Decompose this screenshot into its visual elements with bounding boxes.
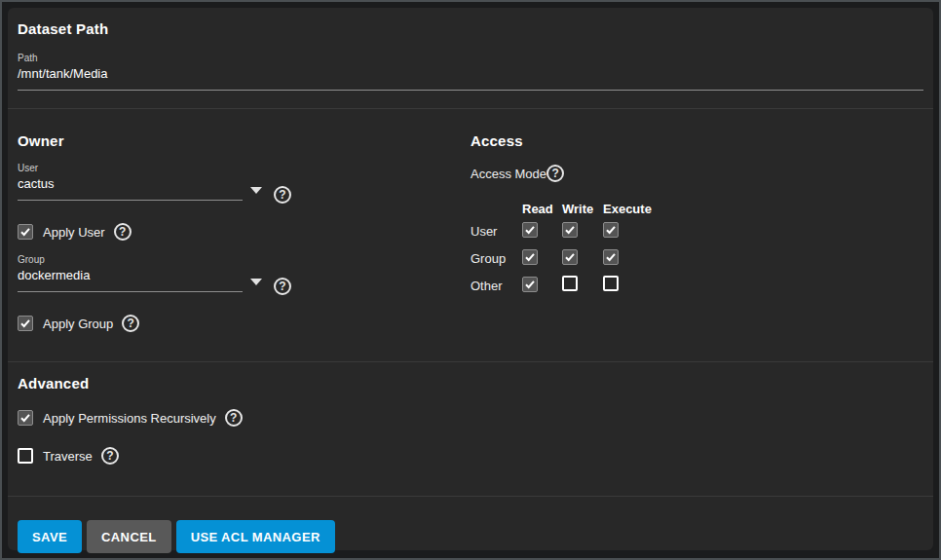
apply-user-label: Apply User bbox=[43, 225, 105, 240]
other-write-checkbox[interactable] bbox=[562, 276, 578, 291]
apply-user-row: Apply User ? bbox=[18, 223, 470, 241]
apply-group-help-icon[interactable]: ? bbox=[122, 315, 139, 332]
apply-group-label: Apply Group bbox=[43, 317, 113, 331]
group-read-checkbox[interactable] bbox=[522, 249, 538, 265]
traverse-help-icon[interactable]: ? bbox=[101, 447, 119, 465]
access-row-label: Group bbox=[470, 251, 522, 266]
use-acl-manager-button[interactable]: USE ACL MANAGER bbox=[176, 520, 335, 553]
checkmark-icon bbox=[524, 251, 536, 263]
access-mode-label: Access Mode bbox=[470, 167, 546, 181]
owner-title: Owner bbox=[18, 132, 470, 149]
access-matrix-row-group: Group bbox=[470, 244, 923, 272]
cancel-button[interactable]: CANCEL bbox=[87, 520, 171, 553]
user-dropdown-caret-icon[interactable] bbox=[250, 187, 262, 194]
checkmark-icon bbox=[19, 317, 31, 329]
dataset-path-title: Dataset Path bbox=[18, 20, 923, 37]
access-matrix-row-user: User bbox=[470, 217, 923, 244]
group-input[interactable]: dockermedia bbox=[18, 265, 243, 292]
group-dropdown-caret-icon[interactable] bbox=[250, 279, 262, 285]
user-field-label: User bbox=[18, 163, 243, 173]
user-select-row: User cactus ? bbox=[18, 163, 470, 204]
read-column-header: Read bbox=[522, 202, 562, 216]
execute-column-header: Execute bbox=[603, 202, 671, 216]
access-title: Access bbox=[470, 132, 923, 149]
access-row-label: Other bbox=[470, 279, 522, 293]
group-help-icon[interactable]: ? bbox=[274, 278, 291, 295]
group-select[interactable]: Group dockermedia bbox=[18, 254, 243, 292]
dataset-path-section: Dataset Path Path /mnt/tank/Media bbox=[8, 8, 933, 108]
path-input[interactable]: /mnt/tank/Media bbox=[18, 63, 923, 91]
apply-recursively-checkbox[interactable] bbox=[18, 410, 33, 426]
access-mode-help-icon[interactable]: ? bbox=[546, 165, 564, 182]
traverse-label: Traverse bbox=[43, 449, 93, 464]
checkmark-icon bbox=[524, 279, 536, 290]
path-field-label: Path bbox=[18, 53, 923, 63]
access-matrix-header: Read Write Execute bbox=[470, 200, 923, 217]
checkmark-icon bbox=[19, 226, 31, 238]
apply-user-checkbox[interactable] bbox=[18, 224, 33, 240]
advanced-title: Advanced bbox=[18, 375, 923, 392]
user-write-checkbox[interactable] bbox=[562, 222, 578, 238]
checkmark-icon bbox=[564, 224, 576, 236]
apply-user-help-icon[interactable]: ? bbox=[114, 223, 132, 241]
other-read-checkbox[interactable] bbox=[522, 277, 538, 292]
group-field-label: Group bbox=[18, 254, 243, 265]
apply-recursively-row: Apply Permissions Recursively? bbox=[18, 409, 923, 427]
access-matrix-rows: UserGroupOther bbox=[470, 217, 923, 299]
group-execute-checkbox[interactable] bbox=[603, 249, 619, 265]
apply-recursively-label: Apply Permissions Recursively bbox=[43, 411, 216, 426]
access-row-label: User bbox=[470, 224, 522, 239]
traverse-checkbox[interactable] bbox=[18, 448, 33, 464]
permissions-editor-window: Dataset Path Path /mnt/tank/Media Owner … bbox=[0, 0, 941, 560]
access-matrix: Read Write Execute UserGroupOther bbox=[470, 200, 923, 299]
traverse-row: Traverse? bbox=[18, 447, 923, 465]
apply-group-row: Apply Group ? bbox=[18, 315, 470, 332]
other-execute-checkbox[interactable] bbox=[603, 276, 619, 291]
actions-bar: SAVE CANCEL USE ACL MANAGER bbox=[8, 497, 933, 560]
user-help-icon[interactable]: ? bbox=[274, 186, 291, 204]
access-mode-row: Access Mode ? bbox=[470, 165, 923, 182]
user-read-checkbox[interactable] bbox=[522, 222, 538, 238]
user-execute-checkbox[interactable] bbox=[603, 222, 619, 238]
owner-access-section: Owner User cactus ? Apply User ? bbox=[8, 109, 933, 361]
edit-permissions-card: Dataset Path Path /mnt/tank/Media Owner … bbox=[8, 8, 933, 550]
checkmark-icon bbox=[19, 412, 31, 424]
checkmark-icon bbox=[564, 251, 576, 263]
user-select[interactable]: User cactus bbox=[18, 163, 243, 201]
checkmark-icon bbox=[524, 224, 536, 236]
apply-recursively-help-icon[interactable]: ? bbox=[225, 409, 243, 427]
access-column: Access Access Mode ? Read Write Execute … bbox=[470, 132, 923, 332]
user-input[interactable]: cactus bbox=[18, 173, 243, 201]
group-select-row: Group dockermedia ? bbox=[18, 254, 470, 295]
save-button[interactable]: SAVE bbox=[18, 520, 82, 553]
apply-group-checkbox[interactable] bbox=[18, 316, 33, 331]
advanced-section: Advanced Apply Permissions Recursively?T… bbox=[8, 362, 933, 496]
access-matrix-row-other: Other bbox=[470, 272, 923, 299]
owner-column: Owner User cactus ? Apply User ? bbox=[18, 132, 470, 332]
write-column-header: Write bbox=[562, 202, 603, 216]
advanced-rows: Apply Permissions Recursively?Traverse? bbox=[18, 409, 923, 465]
checkmark-icon bbox=[605, 251, 617, 263]
checkmark-icon bbox=[605, 224, 617, 236]
group-write-checkbox[interactable] bbox=[562, 249, 578, 265]
